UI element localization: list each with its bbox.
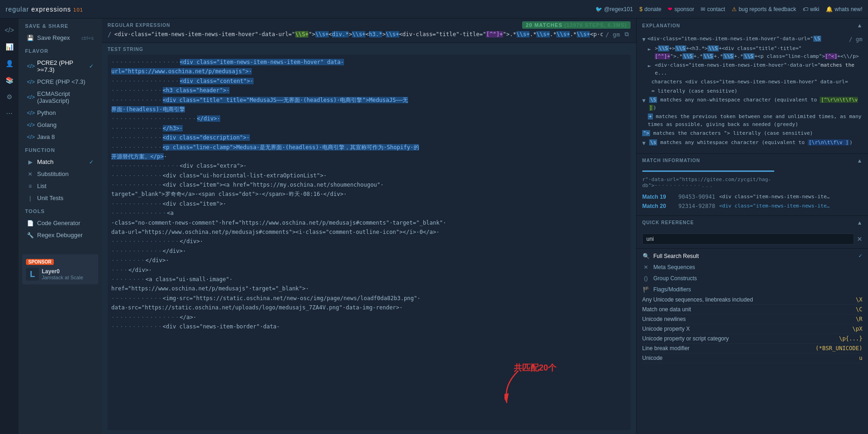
match-extra-text: r"·data-url="https://gitee.com/zycgit/ha… [642, 176, 862, 189]
donate-link[interactable]: $ donate [639, 6, 661, 13]
sidebar-icon-settings[interactable]: ⚙ [2, 90, 16, 104]
tools-regex-debugger[interactable]: 🔧 Regex Debugger [20, 229, 100, 241]
test-line: ············<div class="item">· [111, 199, 627, 208]
test-line: href="https://www.oschina.net/p/medusajs… [111, 284, 627, 293]
sponsor-box[interactable]: SPONSOR L Layer0 Jamstack at Scale [22, 254, 98, 284]
explanation-header[interactable]: EXPLANATION ▲ [637, 19, 868, 32]
function-substitution[interactable]: ✕ Substitution [20, 168, 100, 180]
test-line: ················</div>· [111, 237, 627, 246]
test-line: ·class="no-comment·news-comment"·href="h… [111, 218, 627, 227]
sponsor-info: Layer0 Jamstack at Scale [42, 268, 83, 280]
sponsor-logo-icon: L [30, 270, 35, 279]
test-line: ····················</div>· [111, 114, 627, 123]
tools-code-generator[interactable]: 📄 Code Generator [20, 217, 100, 229]
test-line: ············<img·src="https://static.osc… [111, 294, 627, 303]
test-line: ·············<a [111, 208, 627, 218]
copy-regex-button[interactable]: ⧉ [623, 30, 631, 39]
explanation-content: ▼ <div·class="item-news-item-news-item-h… [637, 32, 868, 153]
explanation-chevron: ▲ [857, 22, 862, 29]
sponsor-link[interactable]: ❤ sponsor [668, 6, 694, 13]
twitter-link[interactable]: 🐦 @regex101 [595, 6, 633, 13]
match-icon: ▶ [27, 159, 33, 165]
save-regex-item[interactable]: 💾 Save Regex ctrl+s [20, 32, 100, 44]
match-badge: 20 matches (13976 steps, 6.3ms) [522, 21, 631, 29]
qr-category-group[interactable]: () Group Constructs [637, 273, 868, 284]
qr-category-full-search[interactable]: 🔍 Full Search Result ✓ [637, 251, 868, 262]
function-match[interactable]: ▶ Match ✓ [20, 156, 100, 168]
sponsor-content: L Layer0 Jamstack at Scale [26, 268, 95, 281]
wiki-link[interactable]: 🏷 wiki [803, 6, 819, 13]
annotation-arrow [504, 371, 532, 408]
exp-line-2: ► >\\S+>\\S+<h3.*>\\S+<div class="title"… [648, 45, 862, 60]
quick-ref-list: 🔍 Full Search Result ✓ ✕ Meta Sequences … [637, 249, 868, 434]
function-unit-tests[interactable]: | Unit Tests [20, 192, 100, 204]
search-icon: 🔍 [642, 253, 650, 259]
pcre-icon: </> [27, 79, 33, 85]
more-icon: ⋯ [6, 110, 13, 117]
annotation-text: 共匹配20个 [514, 361, 556, 375]
match-check: ✓ [89, 159, 94, 165]
quick-ref-header[interactable]: QUICK REFERENCE ▲ [637, 216, 868, 230]
flavor-pcre2[interactable]: </> PCRE2 (PHP >=7.3) ✓ [20, 57, 100, 75]
test-line: 开源替代方案。</p>· [111, 152, 627, 161]
qr-category-flags[interactable]: 🏴 Flags/Modifiers [637, 284, 868, 295]
sidebar-icon-more[interactable]: ⋯ [2, 107, 16, 120]
mail-icon: ✉ [701, 6, 705, 13]
qr-row: Unicode newlines \R [642, 314, 862, 324]
whats-new-link[interactable]: 🔔 whats new! [826, 6, 862, 13]
flavor-python[interactable]: </> Python [20, 107, 100, 119]
match-info-header[interactable]: MATCH INFORMATION ▲ [637, 154, 868, 168]
match-info-bar [642, 170, 774, 172]
annotation-container: 共匹配20个 [514, 361, 556, 375]
quick-ref-clear-button[interactable]: ✕ [857, 235, 862, 243]
explanation-section: EXPLANATION ▲ ▼ <div·class="item-news-it… [637, 19, 868, 154]
test-line: ············</div>· [111, 246, 627, 256]
test-line: ················</a>· [111, 313, 627, 322]
twitter-icon: 🐦 [595, 6, 602, 13]
quick-ref-table: Any Unicode sequences, linebreaks includ… [637, 295, 868, 363]
qr-row: Unicode u [642, 353, 862, 363]
regex-flags: / gm [606, 31, 620, 38]
contact-link[interactable]: ✉ contact [701, 6, 725, 13]
test-line: ············<div class="item"><a href="h… [111, 180, 627, 189]
exp-line-9: ▼ \s matches any whitespace character (e… [642, 139, 862, 147]
qr-category-meta[interactable]: ✕ Meta Sequences [637, 262, 868, 273]
test-line: data-url="https://www.oschina.net/p/medu… [111, 227, 627, 237]
regex-delim-open: / [108, 31, 111, 38]
dollar-icon: $ [639, 6, 643, 13]
sponsor-label: SPONSOR [26, 259, 54, 265]
unit-tests-icon: | [27, 195, 33, 201]
match-badge-container: 20 matches (13976 steps, 6.3ms) [522, 22, 631, 28]
sidebar-icon-code[interactable]: </> [2, 23, 16, 37]
quick-ref-search-input[interactable] [642, 233, 854, 245]
exp-line-4: characters <div class="item-news-item-ne… [651, 78, 862, 86]
match-row-20[interactable]: Match 20 92314-92878 <div class="item-ne… [642, 201, 862, 211]
qr-row: Line break modifier (*BSR_UNICODE) [642, 344, 862, 353]
match-row-19[interactable]: Match 19 90453-90941 <div class="item-ne… [642, 192, 862, 201]
sidebar-icon-chart[interactable]: 📊 [2, 40, 16, 54]
sidebar-icon-user[interactable]: 👤 [2, 57, 16, 70]
regex-label: REGULAR EXPRESSION 20 matches (13976 ste… [108, 22, 631, 28]
pcre2-icon: </> [27, 63, 33, 69]
exp-line-5: = literally (case sensitive) [651, 88, 862, 95]
text-column: SAVE & SHARE 💾 Save Regex ctrl+s FLAVOR … [19, 19, 102, 434]
function-header: FUNCTION [19, 145, 102, 156]
logo-text-regular: regular [6, 6, 29, 13]
flavor-java8[interactable]: </> Java 8 [20, 131, 100, 143]
top-nav-links: 🐦 @regex101 $ donate ❤ sponsor ✉ contact… [595, 6, 862, 13]
flavor-golang[interactable]: </> Golang [20, 119, 100, 131]
flavor-ecmascript[interactable]: </> ECMAScript (JavaScript) [20, 88, 100, 107]
function-list[interactable]: ≡ List [20, 180, 100, 192]
list-icon: ≡ [27, 183, 33, 189]
python-icon: </> [27, 110, 33, 116]
test-string-area[interactable]: ················<div class="item-news-it… [108, 55, 631, 430]
test-line: ············<div class="title" title="Me… [111, 95, 627, 105]
pcre2-check: ✓ [89, 63, 94, 69]
bug-reports-link[interactable]: ⚠ bug reports & feedback [732, 6, 796, 13]
test-line: ················<div class="extra">· [111, 161, 627, 170]
exp-toggle[interactable]: ▼ [642, 35, 645, 44]
regex-input-row: / <div·class="item-news-item-news-item-h… [108, 30, 631, 39]
sidebar-icon-library[interactable]: 📚 [2, 73, 16, 87]
new-icon: 🔔 [826, 6, 833, 13]
flavor-pcre[interactable]: </> PCRE (PHP <7.3) [20, 76, 100, 88]
